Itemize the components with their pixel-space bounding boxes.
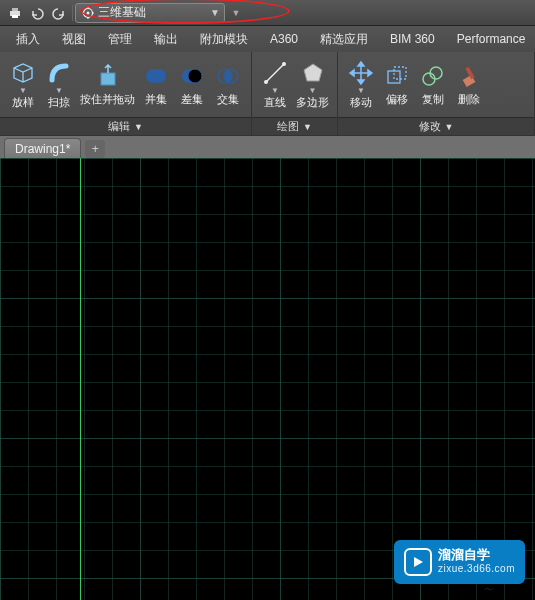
plus-icon: + — [92, 142, 99, 156]
ribbon-panel-edit: ▼ 放样 ▼ 扫掠 按住并拖动 并集 差集 交集 — [0, 52, 252, 135]
delete-button[interactable]: 删除 — [454, 62, 484, 107]
grid-line — [392, 158, 393, 600]
svg-point-17 — [264, 80, 268, 84]
svg-rect-2 — [12, 15, 18, 18]
workspace-dropdown[interactable]: 三维基础 ▼ — [75, 3, 225, 23]
svg-line-16 — [266, 64, 284, 82]
drawing-canvas[interactable]: 溜溜自学 zixue.3d66.com ～ — [0, 158, 535, 600]
delete-label: 删除 — [458, 92, 480, 107]
presspull-icon — [94, 62, 122, 90]
sweep-label: 扫掠 — [48, 95, 70, 110]
chevron-down-icon: ▼ — [445, 122, 454, 132]
copy-button[interactable]: 复制 — [418, 62, 448, 107]
svg-rect-9 — [101, 73, 115, 85]
grid-line — [476, 158, 477, 600]
chevron-down-icon: ▼ — [134, 122, 143, 132]
line-button[interactable]: ▼ 直线 — [260, 59, 290, 110]
offset-label: 偏移 — [386, 92, 408, 107]
move-button[interactable]: ▼ 移动 — [346, 59, 376, 110]
grid-line — [56, 158, 57, 600]
panel-title-draw[interactable]: 绘图▼ — [252, 117, 337, 135]
grid-line — [308, 158, 309, 600]
menu-performance[interactable]: Performance — [447, 28, 535, 50]
redo-icon[interactable] — [48, 3, 70, 23]
union-label: 并集 — [145, 92, 167, 107]
grid-line — [28, 158, 29, 600]
svg-marker-22 — [358, 62, 364, 66]
print-icon[interactable] — [4, 3, 26, 23]
move-label: 移动 — [350, 95, 372, 110]
menu-view[interactable]: 视图 — [52, 28, 96, 50]
sweep-button[interactable]: ▼ 扫掠 — [44, 59, 74, 110]
panel-title-modify[interactable]: 修改▼ — [338, 117, 534, 135]
menu-addins[interactable]: 附加模块 — [190, 28, 258, 50]
chevron-down-icon: ▼ — [19, 89, 27, 93]
new-tab-button[interactable]: + — [85, 140, 105, 158]
svg-point-4 — [87, 11, 90, 14]
grid-line — [224, 158, 225, 600]
chevron-down-icon: ▼ — [210, 7, 220, 18]
presspull-label: 按住并拖动 — [80, 92, 135, 107]
svg-rect-1 — [12, 8, 18, 11]
svg-point-18 — [282, 62, 286, 66]
svg-marker-25 — [368, 70, 372, 76]
chevron-down-icon: ▼ — [357, 89, 365, 93]
menu-bim360[interactable]: BIM 360 — [380, 28, 445, 50]
copy-label: 复制 — [422, 92, 444, 107]
svg-marker-24 — [350, 70, 354, 76]
chevron-down-icon: ▼ — [55, 89, 63, 93]
polygon-icon — [299, 59, 327, 87]
undo-icon[interactable] — [26, 3, 48, 23]
polygon-label: 多边形 — [296, 95, 329, 110]
union-icon — [142, 62, 170, 90]
extrude-icon — [9, 59, 37, 87]
ribbon: ▼ 放样 ▼ 扫掠 按住并拖动 并集 差集 交集 — [0, 52, 535, 136]
grid-line — [196, 158, 197, 600]
document-tab[interactable]: Drawing1* — [4, 138, 81, 158]
ribbon-panel-modify: ▼ 移动 偏移 复制 删除 修改▼ — [338, 52, 535, 135]
watermark-subtext: ～ — [481, 580, 495, 598]
document-tab-label: Drawing1* — [15, 142, 70, 156]
ribbon-panel-draw: ▼ 直线 ▼ 多边形 绘图▼ — [252, 52, 338, 135]
menu-a360[interactable]: A360 — [260, 28, 308, 50]
chevron-down-icon: ▼ — [271, 89, 279, 93]
line-icon — [261, 59, 289, 87]
move-icon — [347, 59, 375, 87]
chevron-down-icon: ▼ — [303, 122, 312, 132]
menu-output[interactable]: 输出 — [144, 28, 188, 50]
watermark-badge: 溜溜自学 zixue.3d66.com — [394, 540, 525, 584]
menu-insert[interactable]: 插入 — [6, 28, 50, 50]
menu-manage[interactable]: 管理 — [98, 28, 142, 50]
union-button[interactable]: 并集 — [141, 62, 171, 107]
quick-access-toolbar: 三维基础 ▼ ▼ — [0, 0, 535, 26]
grid-line — [420, 158, 421, 600]
qat-more-icon[interactable]: ▼ — [225, 3, 247, 23]
grid-line — [84, 158, 85, 600]
watermark-title: 溜溜自学 — [438, 548, 515, 562]
extrude-button[interactable]: ▼ 放样 — [8, 59, 38, 110]
grid-line — [168, 158, 169, 600]
y-axis-line — [80, 158, 81, 600]
subtract-button[interactable]: 差集 — [177, 62, 207, 107]
gear-icon — [82, 7, 94, 19]
copy-icon — [419, 62, 447, 90]
workspace-label: 三维基础 — [98, 4, 146, 21]
sweep-icon — [45, 59, 73, 87]
play-icon — [404, 548, 432, 576]
offset-icon — [383, 62, 411, 90]
menu-bar: 插入 视图 管理 输出 附加模块 A360 精选应用 BIM 360 Perfo… — [0, 26, 535, 52]
subtract-icon — [178, 62, 206, 90]
intersect-button[interactable]: 交集 — [213, 62, 243, 107]
polygon-button[interactable]: ▼ 多边形 — [296, 59, 329, 110]
grid-line — [280, 158, 281, 600]
menu-featured[interactable]: 精选应用 — [310, 28, 378, 50]
svg-marker-23 — [358, 80, 364, 84]
grid-line — [336, 158, 337, 600]
watermark-url: zixue.3d66.com — [438, 562, 515, 576]
grid-line — [0, 158, 1, 600]
offset-button[interactable]: 偏移 — [382, 62, 412, 107]
panel-title-edit[interactable]: 编辑▼ — [0, 117, 251, 135]
separator — [72, 5, 73, 21]
grid-line — [504, 158, 505, 600]
presspull-button[interactable]: 按住并拖动 — [80, 62, 135, 107]
